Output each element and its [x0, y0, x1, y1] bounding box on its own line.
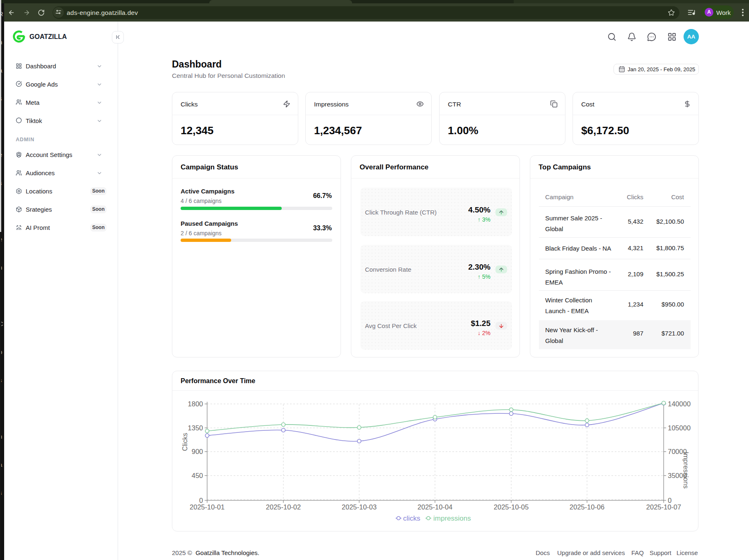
- svg-text:impressions: impressions: [433, 514, 471, 522]
- svg-text:1350: 1350: [188, 424, 203, 432]
- svg-text:2025-10-03: 2025-10-03: [342, 503, 377, 511]
- svg-text:2025-10-05: 2025-10-05: [494, 503, 529, 511]
- svg-text:clicks: clicks: [403, 514, 420, 522]
- svg-text:2025-10-04: 2025-10-04: [418, 503, 452, 511]
- svg-text:900: 900: [191, 448, 203, 455]
- svg-text:105000: 105000: [668, 424, 691, 432]
- svg-text:Clicks: Clicks: [181, 433, 188, 451]
- svg-text:2025-10-07: 2025-10-07: [646, 503, 681, 511]
- svg-text:450: 450: [191, 472, 203, 479]
- svg-text:Impressions: Impressions: [682, 452, 690, 489]
- svg-text:140000: 140000: [668, 400, 691, 408]
- svg-text:2025-10-06: 2025-10-06: [570, 503, 604, 511]
- svg-text:1800: 1800: [188, 400, 203, 408]
- svg-text:2025-10-01: 2025-10-01: [190, 503, 225, 511]
- svg-text:2025-10-02: 2025-10-02: [266, 503, 301, 511]
